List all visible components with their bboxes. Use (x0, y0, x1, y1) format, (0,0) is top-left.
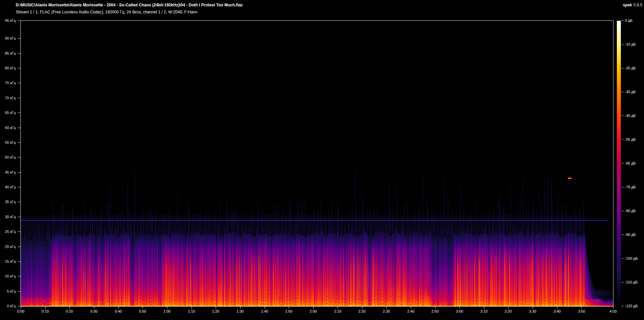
freq-tick (18, 291, 20, 292)
freq-tick (18, 128, 20, 128)
time-tick-label: 1:00 (158, 309, 176, 314)
time-tick-label: 3:20 (499, 309, 517, 314)
db-tick-label: -30 дБ (625, 90, 636, 94)
freq-tick-label: 0 кГц (0, 304, 16, 308)
db-tick (622, 116, 624, 116)
freq-tick-label: 20 кГц (0, 245, 16, 249)
time-tick-label: 0:00 (12, 309, 30, 314)
time-tick (613, 307, 613, 309)
db-tick (622, 258, 624, 259)
db-tick (622, 163, 624, 164)
freq-tick (18, 276, 20, 276)
time-tick-label: 4:03 (604, 309, 622, 314)
time-tick-label: 2:30 (377, 309, 395, 314)
db-tick-label: -20 дБ (625, 66, 636, 70)
time-tick (386, 307, 387, 309)
db-tick-label: -60 дБ (625, 161, 636, 166)
time-tick-label: 1:10 (182, 309, 201, 314)
time-tick (508, 307, 508, 309)
freq-tick-label: 30 кГц (0, 215, 16, 219)
time-tick-label: 1:20 (207, 309, 225, 314)
time-tick-label: 2:40 (402, 309, 420, 314)
freq-tick (18, 247, 20, 247)
time-tick-label: 3:50 (573, 309, 591, 314)
time-tick (118, 307, 119, 309)
freq-tick-label: 45 кГц (0, 170, 16, 175)
freq-tick-label: 96 кГц (0, 18, 16, 23)
db-tick-label: -120 дБ (625, 304, 638, 308)
time-tick-label: 2:10 (329, 309, 347, 314)
freq-tick-label: 5 кГц (0, 289, 16, 294)
db-tick-label: -70 дБ (625, 185, 636, 189)
time-tick (167, 307, 167, 309)
db-tick (622, 139, 624, 140)
freq-tick-label: 60 кГц (0, 126, 16, 130)
freq-tick-label: 85 кГц (0, 51, 16, 56)
db-tick (622, 92, 624, 92)
freq-tick (18, 53, 20, 54)
time-tick-label: 0:50 (133, 309, 152, 314)
time-tick (338, 307, 338, 309)
db-tick (622, 235, 624, 235)
freq-tick-label: 65 кГц (0, 111, 16, 115)
app-brand: spek0.8.5 (623, 3, 642, 7)
freq-tick (18, 20, 20, 21)
db-tick (622, 211, 624, 211)
freq-tick (18, 232, 20, 232)
time-tick (313, 307, 314, 309)
time-tick-label: 0:40 (109, 309, 127, 314)
time-tick (216, 307, 216, 309)
time-tick-label: 3:10 (475, 309, 493, 314)
time-tick (265, 307, 265, 309)
freq-tick-label: 75 кГц (0, 81, 16, 85)
time-tick-label: 3:30 (524, 309, 542, 314)
freq-tick-label: 80 кГц (0, 66, 16, 70)
time-tick-label: 3:40 (548, 309, 566, 314)
freq-tick (18, 157, 20, 157)
freq-tick (18, 98, 20, 98)
time-tick-label: 2:50 (426, 309, 444, 314)
time-tick-label: 0:20 (60, 309, 78, 314)
time-tick (289, 307, 289, 309)
freq-tick (18, 261, 20, 262)
freq-tick (18, 172, 20, 173)
time-tick (460, 307, 460, 309)
time-tick (69, 307, 70, 309)
db-tick (622, 20, 624, 21)
db-tick-label: -10 дБ (625, 42, 636, 47)
freq-tick-label: 50 кГц (0, 155, 16, 159)
freq-tick-label: 40 кГц (0, 185, 16, 189)
time-tick (484, 307, 484, 309)
freq-tick (18, 38, 20, 39)
spectrogram-canvas (21, 21, 613, 306)
time-tick (557, 307, 557, 309)
colorbar-legend (617, 21, 621, 306)
time-tick (45, 307, 46, 309)
app-version: 0.8.5 (633, 3, 642, 7)
db-tick (622, 44, 624, 45)
time-tick-label: 2:20 (353, 309, 371, 314)
freq-tick-label: 35 кГц (0, 200, 16, 204)
stream-info: Stream 1 / 1: FLAC (Free Lossless Audio … (16, 10, 198, 14)
db-tick-label: -100 дБ (625, 256, 638, 261)
db-tick-label: -90 дБ (625, 233, 636, 237)
freq-tick (18, 68, 20, 68)
db-tick-label: 0 дБ (625, 18, 633, 23)
freq-tick (18, 306, 20, 306)
db-tick (622, 68, 624, 68)
time-tick-label: 0:30 (85, 309, 103, 314)
spectrogram-frame (20, 20, 613, 307)
time-tick (240, 307, 240, 309)
time-tick (411, 307, 411, 309)
freq-tick (18, 142, 20, 143)
freq-tick-label: 25 кГц (0, 230, 16, 234)
freq-tick (18, 83, 20, 83)
time-tick-label: 1:40 (256, 309, 274, 314)
time-tick-label: 0:10 (36, 309, 54, 314)
db-tick (622, 187, 624, 187)
file-path: D:\MUSIC\Alanis Morissette\Alanis Moriss… (16, 3, 243, 7)
freq-tick (18, 187, 20, 187)
db-tick-label: -110 дБ (625, 280, 638, 284)
time-tick (143, 307, 143, 309)
time-tick (533, 307, 533, 309)
